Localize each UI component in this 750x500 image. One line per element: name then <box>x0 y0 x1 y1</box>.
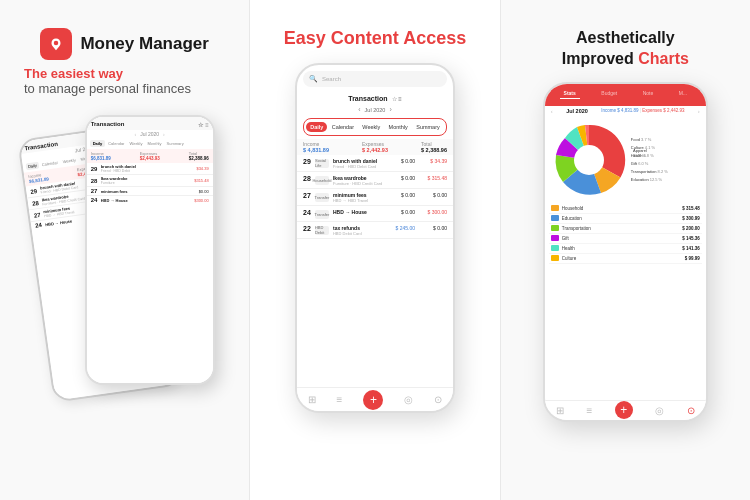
p2-amounts-29: $ 0.00 $ 34.39 <box>391 158 447 164</box>
p3-top-bar: Stats Budget Note M... <box>545 84 706 106</box>
p2-income-22: $ 245.00 <box>391 225 415 231</box>
panel-content-access: Easy Content Access 🔍 Search Transaction… <box>250 0 500 500</box>
p3-name-gift: Gift <box>562 236 679 241</box>
p3-month-label: Jul 2020 <box>566 108 588 114</box>
p3-val-culture: $ 99.99 <box>685 256 700 261</box>
brand-row: Money Manager <box>40 28 208 60</box>
svg-point-1 <box>574 145 604 175</box>
panel2-title-colored: Content <box>331 28 399 48</box>
panel3-heading: AestheticallyImproved Charts <box>562 28 689 70</box>
nav-chart-icon[interactable]: ⊙ <box>434 394 442 405</box>
p3-tab-more[interactable]: M... <box>675 88 691 99</box>
nav-list-icon[interactable]: ≡ <box>337 394 343 405</box>
p3-name-transportation: Transportation <box>562 226 679 231</box>
p2-transaction-row-28: 28 Household Ikea wardrobe Furniture · H… <box>297 172 453 189</box>
nav-add-button[interactable]: + <box>363 390 383 410</box>
p2-sub-28: Furniture · HBD Credit Card <box>333 181 389 186</box>
p3-val-education: $ 300.99 <box>682 216 700 221</box>
p2-search-bar[interactable]: 🔍 Search <box>303 71 447 87</box>
p2-badge-28: Household <box>315 176 329 185</box>
p3-month-summary: Income $ 4,831.89 | Expenses $ 2,442.93 <box>601 108 684 113</box>
nav-account-icon[interactable]: ◎ <box>404 394 413 405</box>
p3-color-education <box>551 215 559 221</box>
svg-point-0 <box>54 41 59 46</box>
p2-day-27: 27 <box>303 192 313 199</box>
tab-weekly[interactable]: Weekly <box>358 122 384 132</box>
panel2-title-suffix: Access <box>399 28 466 48</box>
p2-summary-row: Income $ 4,831.89 Expenses $ 2,442.93 To… <box>297 139 453 155</box>
nav-home-icon[interactable]: ⊞ <box>308 394 316 405</box>
search-icon: 🔍 <box>309 75 318 83</box>
p2-income-summary: Income $ 4,831.89 <box>303 141 329 153</box>
p3-nav-account[interactable]: ◎ <box>655 405 664 416</box>
phone-front: Transaction☆ ≡ ‹ Jul 2020 › Daily Calend… <box>85 115 215 385</box>
p3-legend-household: Household $ 315.48 <box>549 204 702 214</box>
p3-nav-list[interactable]: ≡ <box>586 405 592 416</box>
p2-details-28: Ikea wardrobe Furniture · HBD Credit Car… <box>333 175 389 186</box>
p2-expenses-val: $ 2,442.93 <box>362 147 388 153</box>
p3-next-month[interactable]: › <box>698 108 700 114</box>
p3-legend-education: Education $ 300.99 <box>549 214 702 224</box>
p2-details-27: minimum fees HBD → HBD Travel <box>333 192 389 203</box>
p2-transaction-title: Transaction <box>348 95 387 102</box>
tab-daily[interactable]: Daily <box>306 122 327 132</box>
p3-chart-area: Apparel42.8 % Food 3.7 % Culture 4.1 % H… <box>545 116 706 202</box>
p2-income-29: $ 0.00 <box>391 158 415 164</box>
p2-expense-27: $ 0.00 <box>423 192 447 198</box>
prev-month-button[interactable]: ‹ <box>358 106 360 113</box>
p2-total-summary: Total $ 2,388.96 <box>421 141 447 153</box>
p3-legend-culture: Culture $ 99.99 <box>549 254 702 264</box>
p2-transaction-row-29: 29 Social Life brunch with daniel Friend… <box>297 155 453 172</box>
p2-sub-29: Friend · HBD Debit Card <box>333 164 389 169</box>
p3-name-culture: Culture <box>562 256 682 261</box>
p3-prev-month[interactable]: ‹ <box>551 108 553 114</box>
tab-calendar[interactable]: Calendar <box>328 122 358 132</box>
p3-tab-budget[interactable]: Budget <box>597 88 621 99</box>
p3-legend: Household $ 315.48 Education $ 300.99 Tr… <box>545 202 706 266</box>
panel-charts: AestheticallyImproved Charts Stats Budge… <box>501 0 750 500</box>
phone-container: Transaction Jul 2020 Daily Calendar Week… <box>35 115 215 405</box>
p2-details-24: HBD → House <box>333 209 389 215</box>
p2-amounts-27: $ 0.00 $ 0.00 <box>391 192 447 198</box>
p2-expense-29: $ 34.39 <box>423 158 447 164</box>
p2-day-22: 22 <box>303 225 313 232</box>
phone-2: 🔍 Search Transaction ☆ ≡ ‹ Jul 2020 › Da… <box>295 63 455 413</box>
p3-color-household <box>551 205 559 211</box>
pie-chart: Apparel42.8 % <box>549 120 629 200</box>
tab-summary[interactable]: Summary <box>412 122 444 132</box>
pie-label-culture: Culture 4.1 % <box>631 145 702 150</box>
next-month-button[interactable]: › <box>389 106 391 113</box>
p3-tab-stats[interactable]: Stats <box>560 88 580 99</box>
p2-expenses-summary: Expenses $ 2,442.93 <box>362 141 388 153</box>
p3-name-household: Household <box>562 206 679 211</box>
p3-tab-note[interactable]: Note <box>639 88 658 99</box>
p2-name-24: HBD → House <box>333 209 389 215</box>
p3-color-health <box>551 245 559 251</box>
brand-title: Money Manager <box>80 34 208 54</box>
p2-badge-27: Transfer <box>315 193 329 202</box>
p2-day-29: 29 <box>303 158 313 165</box>
p3-nav-add[interactable]: + <box>615 401 633 419</box>
pie-labels-left: Food 3.7 % Culture 4.1 % Health 4.8 % Gi… <box>631 137 702 182</box>
panel3-title-colored: Charts <box>638 50 689 67</box>
p2-sub-22: HBD Debit Card <box>333 231 389 236</box>
p3-nav-home[interactable]: ⊞ <box>556 405 564 416</box>
search-placeholder: Search <box>322 76 341 82</box>
p3-name-education: Education <box>562 216 679 221</box>
p2-amounts-22: $ 245.00 $ 0.00 <box>391 225 447 231</box>
p3-val-gift: $ 145.36 <box>682 236 700 241</box>
p3-color-gift <box>551 235 559 241</box>
p3-nav-chart[interactable]: ⊙ <box>687 405 695 416</box>
p2-expense-22: $ 0.00 <box>423 225 447 231</box>
p2-amounts-28: $ 0.00 $ 315.48 <box>391 175 447 181</box>
p2-month-row: ‹ Jul 2020 › <box>297 104 453 115</box>
p3-color-transportation <box>551 225 559 231</box>
p2-transaction-row-27: 27 Transfer minimum fees HBD → HBD Trave… <box>297 189 453 206</box>
p3-legend-gift: Gift $ 145.36 <box>549 234 702 244</box>
tab-monthly[interactable]: Monthly <box>385 122 412 132</box>
p2-badge-22: HBD Debit <box>315 226 329 235</box>
pie-label-food: Food 3.7 % <box>631 137 702 142</box>
p2-day-24: 24 <box>303 209 313 216</box>
p2-title-row: Transaction ☆ ≡ <box>297 93 453 104</box>
p3-name-health: Health <box>562 246 679 251</box>
